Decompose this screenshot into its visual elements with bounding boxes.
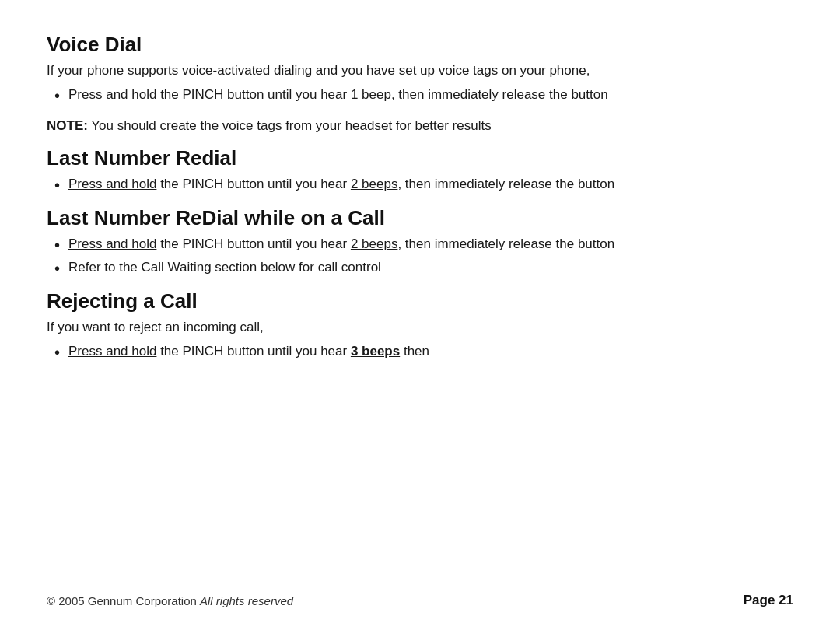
list-item-plain-text: Refer to the Call Waiting section below … (68, 258, 793, 278)
footer: © 2005 Gennum Corporation All rights res… (47, 593, 793, 608)
list-item-end: then (400, 344, 429, 359)
list-item-middle: the PINCH button until you hear (160, 177, 351, 191)
bullet-icon: • (47, 175, 68, 195)
list-item-text: Press and hold the PINCH button until yo… (68, 235, 793, 254)
list-item-text: Press and hold the PINCH button until yo… (68, 342, 793, 362)
voice-dial-list: • Press and hold the PINCH button until … (47, 86, 793, 106)
list-item: • Press and hold the PINCH button until … (47, 342, 793, 362)
voice-dial-section: Voice Dial If your phone supports voice-… (47, 33, 793, 106)
rejecting-call-section: Rejecting a Call If you want to reject a… (47, 289, 793, 362)
last-number-redial-call-section: Last Number ReDial while on a Call • Pre… (47, 206, 793, 278)
last-number-redial-section: Last Number Redial • Press and hold the … (47, 146, 793, 195)
press-hold-underline: Press and hold (68, 177, 156, 191)
rejecting-call-list: • Press and hold the PINCH button until … (47, 342, 793, 362)
page-number: Page 21 (744, 593, 793, 608)
press-hold-underline: Press and hold (68, 236, 156, 251)
beep-count: 3 beeps (351, 344, 400, 359)
beep-count: 2 beeps (351, 236, 398, 251)
last-number-redial-call-list: • Press and hold the PINCH button until … (47, 235, 793, 278)
voice-dial-intro: If your phone supports voice-activated d… (47, 61, 793, 81)
list-item: • Press and hold the PINCH button until … (47, 86, 793, 106)
press-hold-underline: Press and hold (68, 87, 156, 102)
list-item-middle: the PINCH button until you hear (160, 236, 351, 251)
list-item: • Press and hold the PINCH button until … (47, 235, 793, 255)
beep-count: 2 beeps (351, 177, 398, 191)
list-item: • Press and hold the PINCH button until … (47, 175, 793, 195)
rejecting-call-intro: If you want to reject an incoming call, (47, 318, 793, 338)
note-section: NOTE: You should create the voice tags f… (47, 117, 793, 136)
last-number-redial-heading: Last Number Redial (47, 146, 793, 170)
list-item: • Refer to the Call Waiting section belo… (47, 258, 793, 278)
list-item-text: Press and hold the PINCH button until yo… (68, 86, 793, 105)
list-item-middle: the PINCH button until you hear (160, 344, 351, 359)
bullet-icon: • (47, 342, 68, 362)
list-item-end: , then immediately release the button (397, 236, 614, 251)
last-number-redial-list: • Press and hold the PINCH button until … (47, 175, 793, 195)
rejecting-call-heading: Rejecting a Call (47, 289, 793, 313)
list-item-middle: the PINCH button until you hear (160, 87, 351, 102)
list-item-text: Press and hold the PINCH button until yo… (68, 175, 793, 194)
footer-copyright: © 2005 Gennum Corporation All rights res… (47, 594, 293, 607)
list-item-end: , then immediately release the button (391, 87, 608, 102)
beep-count: 1 beep (351, 87, 391, 102)
list-item-end: , then immediately release the button (397, 177, 614, 191)
voice-dial-heading: Voice Dial (47, 33, 793, 57)
note-text: You should create the voice tags from yo… (88, 118, 492, 133)
press-hold-underline: Press and hold (68, 344, 156, 359)
last-number-redial-call-heading: Last Number ReDial while on a Call (47, 206, 793, 230)
note-paragraph: NOTE: You should create the voice tags f… (47, 117, 793, 136)
bullet-icon: • (47, 235, 68, 255)
page: Voice Dial If your phone supports voice-… (0, 0, 840, 630)
rights-text: All rights reserved (200, 594, 293, 607)
note-label: NOTE: (47, 118, 88, 133)
bullet-icon: • (47, 258, 68, 278)
copyright-text: © 2005 Gennum Corporation (47, 594, 197, 607)
bullet-icon: • (47, 86, 68, 106)
